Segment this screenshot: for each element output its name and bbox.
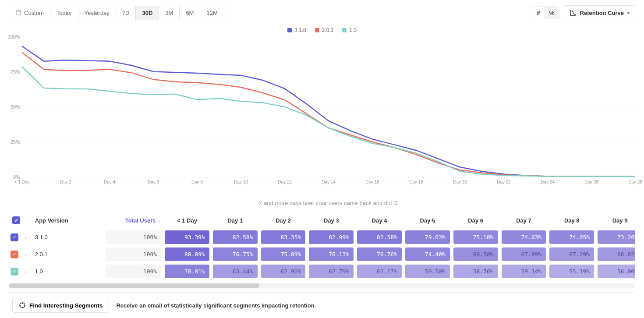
series-2.0.1 <box>22 53 635 177</box>
legend-item-1.0[interactable]: 1.0 <box>342 27 357 33</box>
target-icon <box>19 302 26 309</box>
hash-toggle[interactable]: # <box>532 7 545 19</box>
col-app-version[interactable]: App Version <box>32 212 104 229</box>
retention-cell: 79.63% <box>405 230 450 244</box>
y-tick: 75% <box>11 69 20 74</box>
select-all-checkbox[interactable]: ✓ <box>12 216 20 224</box>
time-range-6m[interactable]: 6M <box>180 6 200 20</box>
retention-cell: 82.99% <box>309 230 354 244</box>
percent-toggle[interactable]: % <box>545 7 559 19</box>
retention-table-wrap: ✓App VersionTotal Users ↓< 1 DayDay 1Day… <box>9 212 635 288</box>
time-range-yesterday[interactable]: Yesterday <box>78 6 116 20</box>
retention-cell: 63.44% <box>213 265 258 278</box>
legend-item-2.0.1[interactable]: 2.0.1 <box>315 27 334 33</box>
y-tick: 25% <box>11 139 20 145</box>
retention-cell: 82.58% <box>213 230 258 244</box>
x-tick: Day 6 <box>148 180 159 184</box>
time-range-30d[interactable]: 30D <box>136 6 159 20</box>
horizontal-scrollbar[interactable] <box>9 283 635 288</box>
retention-cell: 61.17% <box>357 265 402 278</box>
x-tick: Day 14 <box>322 180 336 184</box>
col-total-users[interactable]: Total Users ↓ <box>104 212 163 229</box>
view-select[interactable]: Retention Curve ▾ <box>564 5 635 20</box>
svg-rect-0 <box>16 11 21 15</box>
table-row: ✓›3.1.0100%93.39%82.58%83.35%82.99%82.58… <box>9 229 635 246</box>
retention-cell: 78.81% <box>165 265 209 278</box>
col-day-1[interactable]: Day 1 <box>211 212 259 229</box>
retention-cell: 88.89% <box>165 247 209 261</box>
x-tick: Day 10 <box>234 180 248 184</box>
scrollbar-thumb[interactable] <box>9 283 259 288</box>
x-tick: < 1 Day <box>14 180 30 184</box>
col-day-9[interactable]: Day 9 <box>596 212 635 229</box>
time-range-custom[interactable]: Custom <box>9 6 50 20</box>
gridline <box>22 177 635 177</box>
footer-text: Receive an email of statistically signif… <box>116 302 316 309</box>
retention-cell: 76.13% <box>309 247 354 261</box>
x-tick: Day 2 <box>60 180 71 184</box>
retention-cell: 58.76% <box>453 265 498 278</box>
expand-icon[interactable]: › <box>25 235 27 240</box>
col-day-4[interactable]: Day 4 <box>355 212 403 229</box>
legend-item-3.1.0[interactable]: 3.1.0 <box>287 27 306 33</box>
retention-cell: 75.18% <box>453 230 498 244</box>
view-label: Retention Curve <box>580 10 624 16</box>
retention-cell: 73.20% <box>598 230 635 244</box>
retention-cell: 69.50% <box>453 247 498 261</box>
y-axis: 0%25%50%75%100% <box>9 37 22 177</box>
expand-icon[interactable]: › <box>25 269 27 274</box>
col-day-8[interactable]: Day 8 <box>548 212 596 229</box>
x-tick: Day 28 <box>628 180 642 184</box>
gridline <box>22 107 635 107</box>
retention-table: ✓App VersionTotal Users ↓< 1 DayDay 1Day… <box>9 212 635 280</box>
col-day-5[interactable]: Day 5 <box>403 212 452 229</box>
gridline <box>22 37 635 37</box>
retention-cell: 55.19% <box>549 265 594 278</box>
x-tick: Day 16 <box>365 180 379 184</box>
series-3.1.0 <box>22 46 635 177</box>
time-range-3m[interactable]: 3M <box>159 6 180 20</box>
retention-cell: 56.00% <box>598 265 635 278</box>
time-range-12m[interactable]: 12M <box>200 6 223 20</box>
col-day-7[interactable]: Day 7 <box>500 212 548 229</box>
retention-cell: 74.40% <box>405 247 450 261</box>
curve-icon <box>570 9 577 16</box>
retention-cell: 74.63% <box>502 230 546 244</box>
col-day-6[interactable]: Day 6 <box>452 212 500 229</box>
x-tick: Day 20 <box>453 180 467 184</box>
x-tick: Day 12 <box>278 180 292 184</box>
gridline <box>22 72 635 72</box>
total-users-cell: 100% <box>106 230 161 244</box>
find-segments-button[interactable]: Find Interesting Segments <box>12 298 109 313</box>
calendar-icon <box>15 10 21 16</box>
row-checkbox[interactable]: ✓ <box>11 251 18 258</box>
retention-cell: 76.75% <box>213 247 258 261</box>
x-tick: Day 8 <box>191 180 203 184</box>
retention-cell: 67.89% <box>502 247 546 261</box>
x-tick: Day 22 <box>497 180 511 184</box>
col-<-1-day[interactable]: < 1 Day <box>163 212 211 229</box>
toolbar: CustomTodayYesterday7D30D3M6M12M # % Ret… <box>9 5 635 20</box>
time-range-today[interactable]: Today <box>50 6 78 20</box>
chart-subtitle: X and more days later your users came ba… <box>22 200 635 206</box>
time-range-group: CustomTodayYesterday7D30D3M6M12M <box>9 6 224 20</box>
col-day-2[interactable]: Day 2 <box>259 212 308 229</box>
expand-icon[interactable]: › <box>25 252 27 257</box>
retention-cell: 59.14% <box>502 265 546 278</box>
chevron-down-icon: ▾ <box>627 11 630 15</box>
x-tick: Day 26 <box>584 180 598 184</box>
row-checkbox[interactable]: ✓ <box>11 268 18 276</box>
retention-cell: 66.02% <box>598 247 635 261</box>
x-tick: Day 4 <box>104 180 115 184</box>
y-tick: 50% <box>11 104 20 110</box>
retention-cell: 62.90% <box>261 265 306 278</box>
retention-chart: 0%25%50%75%100% < 1 DayDay 2Day 4Day 6Da… <box>22 37 635 203</box>
row-checkbox[interactable]: ✓ <box>11 233 18 241</box>
version-label: 3.1.0 <box>33 231 103 243</box>
y-tick: 0% <box>13 174 20 180</box>
chart-legend: 3.1.02.0.11.0 <box>9 27 635 33</box>
table-row: ✓›2.0.1100%88.89%76.75%75.89%76.13%76.76… <box>9 246 635 263</box>
retention-cell: 62.79% <box>309 265 354 278</box>
time-range-7d[interactable]: 7D <box>116 6 136 20</box>
col-day-3[interactable]: Day 3 <box>307 212 355 229</box>
